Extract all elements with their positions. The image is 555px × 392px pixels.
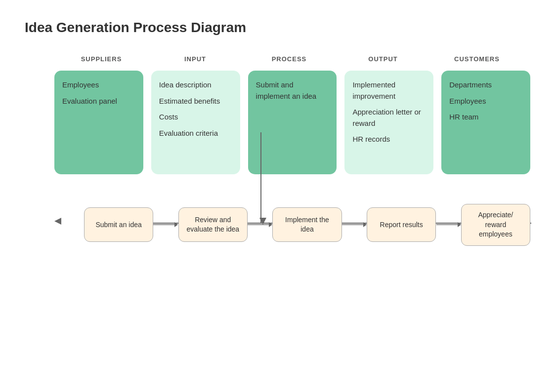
col-process: PROCESS [242,55,336,63]
output-item-1: Implemented improvement [352,79,426,102]
customers-item-1: Departments [449,79,522,91]
col-suppliers: SUPPLIERS [54,55,148,63]
customers-box: Departments Employees HR team [441,71,530,174]
output-item-2: Appreciation letter or reward [352,107,426,129]
flow-implement-label: Implement the idea [280,215,334,235]
diagram-container: Idea Generation Process Diagram SUPPLIER… [0,0,555,266]
output-box: Implemented improvement Appreciation let… [344,71,433,174]
columns-header: SUPPLIERS INPUT PROCESS OUTPUT CUSTOMERS [25,55,530,63]
svg-marker-1 [54,218,61,225]
input-item-4: Evaluation criteria [159,128,232,139]
arrow-4 [436,220,461,229]
vertical-connector-line [260,132,261,223]
flow-appreciate-label: Appreciate/ reward employees [469,210,523,239]
process-item-1: Submit and implement an idea [256,79,329,102]
svg-marker-0 [259,218,266,225]
output-item-3: HR records [352,134,426,145]
svg-marker-9 [458,222,461,227]
input-item-2: Estimated benefits [159,96,232,107]
down-arrow [259,218,266,227]
left-connector-arrow [54,218,61,227]
flow-review-box: Review and evaluate the idea [178,207,248,242]
suppliers-item-2: Evaluation panel [62,96,135,107]
sipoc-row: Employees Evaluation panel Idea descript… [25,71,530,174]
svg-marker-7 [363,222,367,227]
page-title: Idea Generation Process Diagram [25,20,530,36]
suppliers-item-1: Employees [62,79,135,91]
input-item-3: Costs [159,112,232,123]
arrow-3 [342,220,367,229]
input-item-1: Idea description [159,79,232,91]
customers-item-3: HR team [449,112,522,123]
col-input: INPUT [148,55,242,63]
svg-marker-5 [269,222,272,227]
col-customers: CUSTOMERS [430,55,524,63]
flow-report-label: Report results [380,220,423,230]
flow-report-box: Report results [367,207,436,242]
col-output: OUTPUT [336,55,430,63]
flow-row: Submit an idea Review and evaluate the i… [54,204,530,246]
flow-review-label: Review and evaluate the idea [186,215,240,235]
suppliers-box: Employees Evaluation panel [54,71,143,174]
input-box: Idea description Estimated benefits Cost… [151,71,240,174]
flow-submit-label: Submit an idea [95,220,141,230]
flow-section: Submit an idea Review and evaluate the i… [25,204,530,246]
flow-implement-box: Implement the idea [272,207,342,242]
svg-marker-3 [174,222,178,227]
customers-item-2: Employees [449,96,522,107]
arrow-1 [153,220,178,229]
flow-submit-box: Submit an idea [84,207,153,242]
flow-appreciate-box: Appreciate/ reward employees [461,204,530,246]
